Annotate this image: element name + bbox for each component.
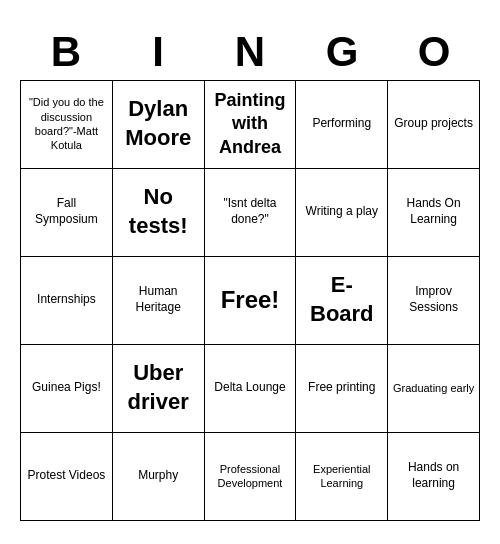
bingo-cell-24[interactable]: Hands on learning bbox=[388, 433, 480, 521]
letter-i: I bbox=[112, 24, 204, 80]
bingo-cell-4[interactable]: Group projects bbox=[388, 81, 480, 169]
bingo-cell-22[interactable]: Professional Development bbox=[205, 433, 297, 521]
bingo-cell-23[interactable]: Experiential Learning bbox=[296, 433, 388, 521]
bingo-cell-1[interactable]: Dylan Moore bbox=[113, 81, 205, 169]
bingo-cell-7[interactable]: "Isnt delta done?" bbox=[205, 169, 297, 257]
bingo-cell-8[interactable]: Writing a play bbox=[296, 169, 388, 257]
letter-n: N bbox=[204, 24, 296, 80]
bingo-card: B I N G O "Did you do the discussion boa… bbox=[10, 14, 490, 531]
bingo-cell-17[interactable]: Delta Lounge bbox=[205, 345, 297, 433]
letter-b: B bbox=[20, 24, 112, 80]
bingo-cell-5[interactable]: Fall Symposium bbox=[21, 169, 113, 257]
bingo-cell-3[interactable]: Performing bbox=[296, 81, 388, 169]
bingo-cell-0[interactable]: "Did you do the discussion board?"-Matt … bbox=[21, 81, 113, 169]
bingo-cell-18[interactable]: Free printing bbox=[296, 345, 388, 433]
bingo-cell-12[interactable]: Free! bbox=[205, 257, 297, 345]
bingo-header: B I N G O bbox=[20, 24, 480, 80]
bingo-cell-16[interactable]: Uber driver bbox=[113, 345, 205, 433]
bingo-cell-13[interactable]: E-Board bbox=[296, 257, 388, 345]
letter-o: O bbox=[388, 24, 480, 80]
bingo-cell-9[interactable]: Hands On Learning bbox=[388, 169, 480, 257]
bingo-cell-21[interactable]: Murphy bbox=[113, 433, 205, 521]
bingo-cell-6[interactable]: No tests! bbox=[113, 169, 205, 257]
bingo-grid: "Did you do the discussion board?"-Matt … bbox=[20, 80, 480, 521]
bingo-cell-10[interactable]: Internships bbox=[21, 257, 113, 345]
bingo-cell-20[interactable]: Protest Videos bbox=[21, 433, 113, 521]
letter-g: G bbox=[296, 24, 388, 80]
bingo-cell-2[interactable]: Painting with Andrea bbox=[205, 81, 297, 169]
bingo-cell-14[interactable]: Improv Sessions bbox=[388, 257, 480, 345]
bingo-cell-11[interactable]: Human Heritage bbox=[113, 257, 205, 345]
bingo-cell-19[interactable]: Graduating early bbox=[388, 345, 480, 433]
bingo-cell-15[interactable]: Guinea Pigs! bbox=[21, 345, 113, 433]
